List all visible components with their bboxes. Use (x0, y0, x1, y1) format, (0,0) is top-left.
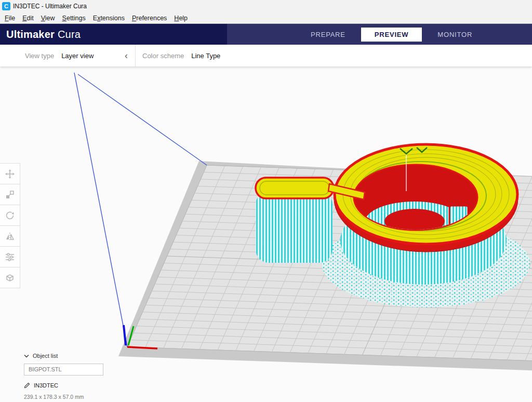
menu-help[interactable]: Help (170, 15, 191, 22)
tab-monitor[interactable]: MONITOR (437, 31, 472, 38)
printer-name: IN3DTEC (34, 382, 58, 388)
tool-column (0, 164, 20, 288)
viewport-3d[interactable] (0, 66, 532, 402)
main-header: UltimakerCura PREPARE PREVIEW MONITOR (0, 24, 532, 45)
brand-primary: Ultimaker (6, 29, 55, 40)
color-scheme-value[interactable]: Line Type (191, 52, 220, 60)
brand-zone: UltimakerCura (0, 24, 227, 45)
support-blocker-icon (5, 273, 15, 283)
window-title: IN3DTEC - Ultimaker Cura (13, 3, 87, 10)
stage-tabs: PREPARE PREVIEW MONITOR (311, 24, 472, 45)
view-type-label: View type (25, 52, 54, 60)
rotate-tool-button[interactable] (0, 205, 20, 226)
view-type-value[interactable]: Layer view (61, 52, 94, 60)
menu-view[interactable]: View (37, 15, 59, 22)
view-type-dropdown[interactable]: View type Layer view ‹ (25, 51, 135, 60)
menu-file[interactable]: File (1, 15, 19, 22)
brand-secondary: Cura (58, 29, 81, 40)
color-scheme-dropdown[interactable]: Color scheme Line Type (142, 52, 220, 60)
tab-prepare[interactable]: PREPARE (311, 31, 345, 38)
chevron-left-icon[interactable]: ‹ (125, 51, 128, 60)
chevron-down-icon (24, 354, 29, 358)
viewbar-divider (135, 45, 136, 66)
rotate-icon (5, 210, 15, 221)
cura-app-icon: C (2, 2, 10, 10)
per-model-settings-button[interactable] (0, 246, 20, 267)
mirror-tool-button[interactable] (0, 225, 20, 247)
viewport-3d-container: Object list BIGPOT.STL IN3DTEC 239.1 x 1… (0, 66, 532, 402)
pencil-icon (24, 382, 30, 388)
object-list-panel: Object list BIGPOT.STL IN3DTEC 239.1 x 1… (24, 353, 103, 400)
axis-z (124, 325, 126, 345)
mirror-icon (5, 231, 15, 242)
object-list-toggle[interactable]: Object list (24, 353, 103, 359)
move-icon (5, 169, 15, 179)
menu-preferences[interactable]: Preferences (128, 15, 170, 22)
printer-name-row[interactable]: IN3DTEC (24, 382, 103, 388)
color-scheme-label: Color scheme (142, 52, 184, 60)
move-tool-button[interactable] (0, 163, 20, 184)
object-list-label: Object list (33, 353, 58, 359)
menu-extensions[interactable]: Extensions (89, 15, 128, 22)
view-options-bar: View type Layer view ‹ Color scheme Line… (0, 45, 532, 66)
tab-preview[interactable]: PREVIEW (361, 28, 422, 42)
brand-logo: UltimakerCura (6, 29, 81, 41)
model-dimensions: 239.1 x 178.3 x 57.0 mm (24, 394, 103, 400)
menu-bar: FileEditViewSettingsExtensionsPreference… (0, 12, 532, 24)
object-list-item[interactable]: BIGPOT.STL (24, 364, 103, 376)
scale-icon (5, 190, 15, 200)
per-model-settings-icon (5, 252, 15, 262)
window-title-bar: C IN3DTEC - Ultimaker Cura (0, 0, 532, 12)
support-blocker-button[interactable] (0, 267, 20, 288)
scale-tool-button[interactable] (0, 184, 20, 205)
menu-edit[interactable]: Edit (19, 15, 37, 22)
menu-settings[interactable]: Settings (59, 15, 89, 22)
